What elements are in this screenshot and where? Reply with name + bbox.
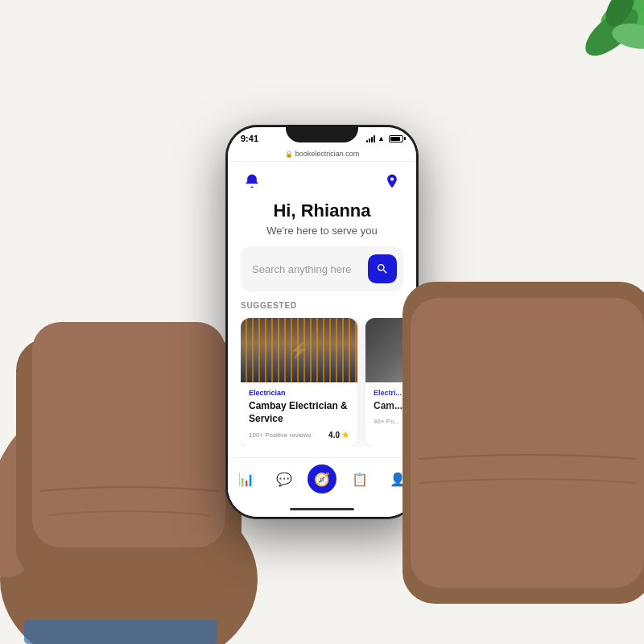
app-header	[228, 162, 416, 196]
nav-dashboard[interactable]: 📊	[232, 464, 261, 493]
status-icons: ▲	[366, 134, 403, 142]
greeting-title: Hi, Rhianna	[241, 200, 403, 221]
card-body-1: Electrician Cambay Electrician & Service…	[241, 382, 357, 447]
svg-rect-10	[411, 298, 644, 588]
suggested-label: SUGGESTED	[241, 301, 403, 310]
home-bar	[290, 508, 354, 510]
chat-icon: 💬	[276, 472, 292, 487]
rating-value-1: 4.0	[328, 431, 340, 440]
dashboard-icon: 📊	[238, 472, 254, 487]
search-placeholder: Search anything here	[252, 263, 361, 275]
phone-notch	[286, 125, 358, 142]
card-title-1: Cambay Electrician & Service	[249, 400, 349, 425]
calendar-icon: 📋	[352, 472, 368, 487]
greeting-subtitle: We're here to serve you	[241, 225, 403, 237]
plant-decoration	[547, 0, 644, 80]
signal-bars-icon	[366, 135, 375, 142]
nav-messages[interactable]: 💬	[270, 464, 299, 493]
bell-icon	[244, 173, 260, 189]
service-card-1[interactable]: Electrician Cambay Electrician & Service…	[241, 318, 357, 447]
star-icon-1: ★	[341, 430, 349, 440]
battery-icon	[389, 135, 403, 142]
location-button[interactable]	[381, 170, 403, 192]
wifi-icon: ▲	[378, 134, 385, 142]
nav-bookings[interactable]: 📋	[345, 464, 374, 493]
nav-explore[interactable]: 🧭	[308, 464, 336, 493]
electrician-image	[241, 318, 357, 382]
location-icon	[384, 173, 400, 189]
card-rating-1: 4.0 ★	[328, 430, 349, 440]
bell-button[interactable]	[241, 170, 263, 192]
card-image-1	[241, 318, 357, 382]
search-bar[interactable]: Search anything here	[241, 246, 403, 291]
cards-row: Electrician Cambay Electrician & Service…	[241, 318, 403, 447]
lock-icon: 🔒	[285, 151, 293, 158]
card-footer-1: 100+ Positive reviews 4.0 ★	[249, 430, 349, 440]
card-category-1: Electrician	[249, 389, 349, 397]
scene: 9:41 ▲	[0, 0, 644, 644]
url-bar: 🔒 bookelectrician.com	[228, 147, 416, 162]
svg-rect-8	[24, 620, 217, 644]
compass-icon: 🧭	[314, 472, 330, 487]
card-reviews-1: 100+ Positive reviews	[249, 431, 312, 439]
status-time: 9:41	[241, 134, 258, 143]
url-text: bookelectrician.com	[295, 150, 360, 158]
right-hand	[386, 217, 644, 644]
